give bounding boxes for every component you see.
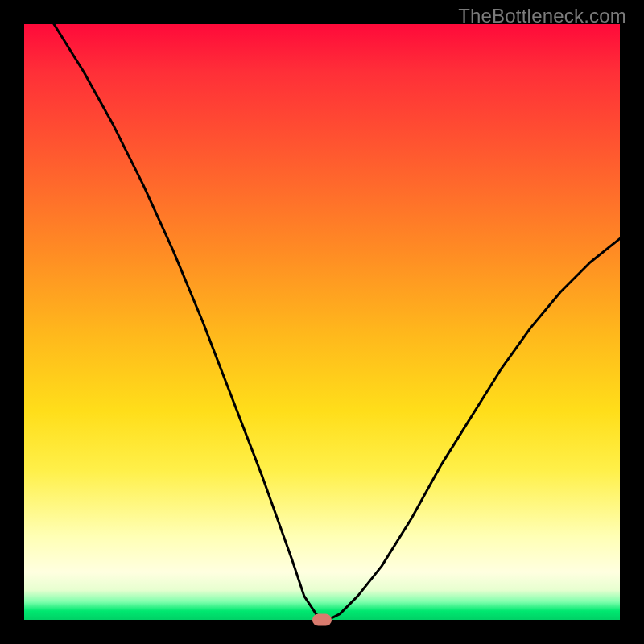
optimum-marker — [312, 614, 332, 626]
curve-svg — [24, 24, 620, 620]
chart-frame: TheBottleneck.com — [0, 0, 644, 644]
plot-area — [24, 24, 620, 620]
bottleneck-curve — [54, 24, 620, 620]
